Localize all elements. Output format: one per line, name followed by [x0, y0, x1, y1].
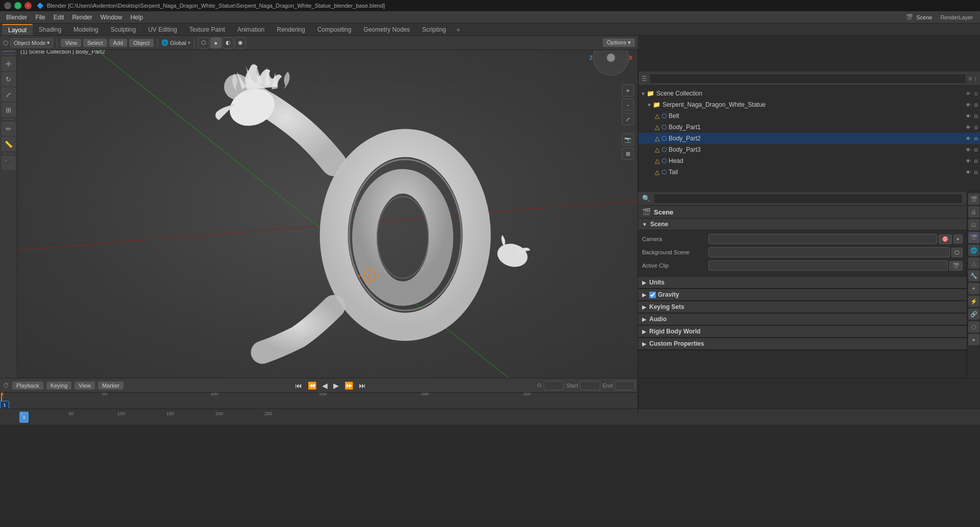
keying-menu-btn[interactable]: Keying [46, 381, 72, 390]
render-layer-selector[interactable]: RenderLayer [940, 14, 973, 20]
zoom-in-btn[interactable]: + [622, 84, 634, 97]
bp2-vis[interactable]: 👁 [966, 136, 971, 141]
outliner-bodypart1-item[interactable]: △ ⬡ Body_Part1 👁 ⊙ [639, 122, 980, 133]
prop-tab-viewlayer[interactable]: 🗂 [968, 219, 979, 230]
properties-search-input[interactable] [653, 194, 963, 204]
prop-tab-object[interactable]: △ [968, 257, 979, 269]
object-menu-btn[interactable]: Object [129, 39, 154, 47]
serpent-restrict[interactable]: ⊙ [974, 102, 978, 108]
outliner-filter-btn[interactable]: ≡ [968, 75, 972, 82]
menu-file[interactable]: File [31, 13, 49, 22]
prop-tab-world[interactable]: 🌐 [968, 245, 979, 256]
menu-window[interactable]: Window [96, 13, 127, 22]
play-reverse-btn[interactable]: ◀ [320, 380, 330, 391]
bg-scene-field[interactable] [708, 247, 950, 257]
active-clip-icon[interactable]: 🎬 [949, 261, 963, 271]
gravity-section-header[interactable]: ▶ Gravity [638, 289, 967, 301]
step-fwd-btn[interactable]: ⏩ [342, 380, 355, 391]
move-tool-btn[interactable]: ✛ [2, 57, 16, 71]
active-clip-field[interactable] [708, 260, 948, 271]
view-menu-btn[interactable]: View [61, 39, 81, 47]
object-mode-dropdown[interactable]: Object Mode ▾ [10, 38, 53, 47]
bp3-restrict[interactable]: ⊙ [974, 147, 978, 153]
select-menu-btn[interactable]: Select [83, 39, 107, 47]
prop-tab-particles[interactable]: ✦ [968, 283, 979, 294]
window-close-btn[interactable]: × [24, 2, 32, 9]
head-vis[interactable]: 👁 [966, 158, 971, 164]
serpent-visibility[interactable]: 👁 [966, 102, 971, 108]
units-section-header[interactable]: ▶ Units [638, 277, 967, 289]
prop-tab-constraints[interactable]: 🔗 [968, 308, 979, 320]
prop-tab-render[interactable]: 🎬 [968, 194, 979, 205]
camera-pick-btn[interactable]: 🎯 [939, 234, 952, 244]
rendered-shading-btn[interactable]: ◉ [235, 37, 246, 49]
current-frame-input[interactable]: 1 [544, 381, 564, 390]
marker-btn[interactable]: Marker [98, 381, 124, 390]
belt-restrict[interactable]: ⊙ [974, 113, 978, 119]
prop-tab-objdata[interactable]: ⬡ [968, 321, 979, 332]
bp1-restrict[interactable]: ⊙ [974, 125, 978, 130]
scene-section-header[interactable]: ▼ Scene [638, 219, 967, 230]
head-restrict[interactable]: ⊙ [974, 158, 978, 164]
solid-shading-btn[interactable]: ● [210, 37, 222, 49]
timeline-ruler[interactable]: 1 50 100 150 200 250 1 [0, 393, 638, 409]
tab-scripting[interactable]: Scripting [416, 25, 452, 35]
rotate-tool-btn[interactable]: ↻ [2, 72, 16, 86]
camera-new-btn[interactable]: + [953, 234, 963, 244]
transform-tool-btn[interactable]: ⊞ [2, 103, 16, 117]
prop-tab-scene[interactable]: 🎬 [968, 232, 979, 243]
rigid-body-header[interactable]: ▶ Rigid Body World [638, 326, 967, 338]
outliner-scene-collection[interactable]: ▼ 📁 Scene Collection 👁 ⊙ [639, 88, 980, 99]
jump-end-btn[interactable]: ⏭ [357, 380, 368, 391]
tab-rendering[interactable]: Rendering [271, 25, 311, 35]
outliner-belt-item[interactable]: △ ⬡ Belt 👁 ⊙ [639, 110, 980, 122]
prop-tab-modifier[interactable]: 🔧 [968, 270, 979, 281]
menu-help[interactable]: Help [126, 13, 147, 22]
tab-modeling[interactable]: Modeling [67, 25, 105, 35]
bp2-restrict[interactable]: ⊙ [974, 136, 978, 141]
outliner-bodypart2-item[interactable]: △ ⬡ Body_Part2 👁 ⊙ [639, 133, 980, 144]
grid-view-btn[interactable]: ⊞ [622, 148, 634, 160]
menu-render[interactable]: Render [68, 13, 96, 22]
tab-texture-paint[interactable]: Texture Paint [183, 25, 231, 35]
add-workspace-btn[interactable]: + [452, 24, 464, 35]
play-btn[interactable]: ▶ [331, 380, 341, 391]
menu-edit[interactable]: Edit [50, 13, 68, 22]
window-minimize-btn[interactable]: _ [4, 2, 11, 9]
tab-layout[interactable]: Layout [2, 24, 33, 35]
audio-section-header[interactable]: ▶ Audio [638, 314, 967, 325]
zoom-out-btn[interactable]: - [622, 99, 634, 111]
belt-vis[interactable]: 👁 [966, 113, 971, 119]
zoom-fit-btn[interactable]: ⤢ [622, 113, 634, 125]
menu-blender[interactable]: Blender [2, 13, 31, 22]
prop-tab-output[interactable]: 🖨 [968, 206, 979, 218]
scene-col-restrict[interactable]: ⊙ [974, 91, 978, 97]
annotate-tool-btn[interactable]: ✏ [2, 122, 16, 136]
tab-geometry-nodes[interactable]: Geometry Nodes [357, 25, 416, 35]
outliner-serpent-collection[interactable]: ▼ 📁 Serpent_Naga_Dragon_White_Statue 👁 ⊙ [639, 99, 980, 110]
tab-uv-editing[interactable]: UV Editing [142, 25, 183, 35]
camera-view-btn[interactable]: 📷 [622, 133, 634, 146]
bg-scene-icon[interactable]: ⬡ [951, 248, 963, 257]
window-maximize-btn[interactable]: □ [14, 2, 21, 9]
gravity-checkbox[interactable] [649, 292, 656, 298]
tail-restrict[interactable]: ⊙ [974, 170, 978, 175]
viewport[interactable]: User Perspective (1) Scene Collection | … [17, 36, 638, 378]
tab-shading[interactable]: Shading [33, 25, 67, 35]
camera-field[interactable] [708, 234, 937, 244]
timeline-view-btn[interactable]: View [75, 381, 95, 390]
scale-tool-btn[interactable]: ⤢ [2, 87, 16, 102]
scene-col-visibility[interactable]: 👁 [966, 91, 971, 97]
add-menu-btn[interactable]: Add [109, 39, 128, 47]
scene-selector[interactable]: Scene [916, 14, 932, 20]
outliner-search-input[interactable] [649, 74, 966, 84]
outliner-sync-btn[interactable]: ↕ [974, 75, 977, 82]
bp1-vis[interactable]: 👁 [966, 125, 971, 130]
outliner-head-item[interactable]: △ ⬡ Head 👁 ⊙ [639, 155, 980, 166]
tab-sculpting[interactable]: Sculpting [105, 25, 142, 35]
tab-animation[interactable]: Animation [231, 25, 271, 35]
tail-vis[interactable]: 👁 [966, 170, 971, 175]
outliner-bodypart3-item[interactable]: △ ⬡ Body_Part3 👁 ⊙ [639, 144, 980, 155]
material-shading-btn[interactable]: ◐ [223, 37, 234, 49]
bp3-vis[interactable]: 👁 [966, 147, 971, 153]
